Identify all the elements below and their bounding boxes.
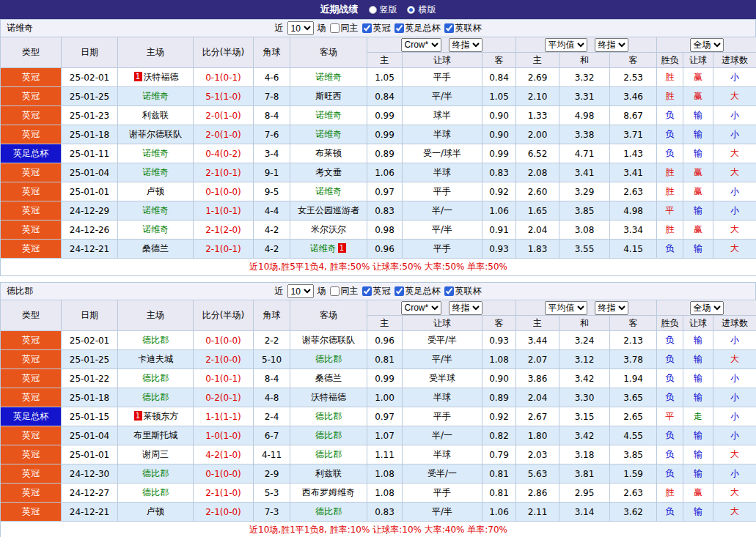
avg-draw-cell: 3.32 [559, 68, 610, 87]
games-count-select[interactable]: 10 [287, 21, 314, 35]
layout-radio-vertical[interactable]: 竖版 [369, 4, 397, 16]
league-filter[interactable]: 英联杯 [444, 22, 482, 34]
odds-away-cell: 1.06 [482, 503, 516, 522]
team-link[interactable]: 卢顿 [147, 186, 164, 196]
league-filter-checkbox[interactable] [444, 286, 454, 296]
corners-cell: 4-8 [254, 388, 290, 407]
team-link[interactable]: 诺维奇 [142, 148, 169, 158]
league-filters: 英冠英足总杯英联杯 [362, 22, 482, 34]
league-filter-checkbox[interactable] [362, 23, 372, 33]
team-link[interactable]: 诺维奇 [315, 110, 342, 120]
avg-away-cell: 8.67 [610, 106, 657, 125]
league-filter[interactable]: 英足总杯 [394, 22, 441, 34]
result-outcome-cell: 负 [657, 106, 683, 125]
team-link[interactable]: 沃特福德 [144, 72, 179, 82]
team-link[interactable]: 德比郡 [315, 354, 342, 364]
col-score: 比分(半场) [194, 37, 254, 68]
scope-select[interactable]: 全场 [690, 301, 724, 315]
team-link[interactable]: 谢菲尔德联队 [129, 129, 182, 139]
odds-home-cell: 0.89 [367, 144, 403, 163]
team-link[interactable]: 卡迪夫城 [138, 354, 173, 364]
subcol-result: 胜负 [657, 316, 683, 331]
team-link[interactable]: 卢顿 [147, 506, 164, 516]
bookmaker-select[interactable]: Crow* [401, 38, 441, 52]
games-count-select[interactable]: 10 [287, 284, 314, 298]
team-link[interactable]: 布里斯托城 [133, 430, 177, 440]
team-link[interactable]: 西布罗姆维奇 [302, 487, 355, 497]
avg-away-cell: 3.41 [610, 163, 657, 182]
scope-select[interactable]: 全场 [690, 38, 724, 52]
league-filter[interactable]: 英联杯 [444, 285, 482, 297]
match-row: 英冠 24-12-26 诺维奇 2-1(2-0) 4-2 米尔沃尔 0.98 平… [1, 221, 756, 240]
corners-cell: 8-4 [254, 369, 290, 388]
team-link[interactable]: 诺维奇 [315, 186, 342, 196]
away-team-cell: 考文垂 [290, 163, 367, 182]
team-link[interactable]: 利兹联 [315, 468, 342, 478]
league-filter[interactable]: 英足总杯 [394, 285, 441, 297]
team-link[interactable]: 德比郡 [142, 487, 169, 497]
team-link[interactable]: 女王公园巡游者 [298, 205, 359, 215]
team-link[interactable]: 桑德兰 [315, 373, 342, 383]
team-link[interactable]: 诺维奇 [310, 243, 337, 253]
match-row: 英冠 25-02-01 德比郡 0-1(0-0) 2-2 谢菲尔德联队 0.96… [1, 331, 756, 350]
avg-draw-cell: 3.30 [559, 388, 610, 407]
avg-draw-cell: 3.42 [559, 426, 610, 445]
score-cell: 2-1(0-1) [194, 240, 254, 259]
result-outcome-cell: 负 [657, 369, 683, 388]
team-link[interactable]: 米尔沃尔 [311, 224, 346, 234]
stage-select-2[interactable]: 终指 [595, 38, 628, 52]
avg-home-cell: 2.60 [516, 182, 559, 201]
team-link[interactable]: 诺维奇 [142, 91, 169, 101]
summary-stats: 近10场,胜1平1负8, 胜率:10% 让球率:10% 大率:40% 单率:70… [1, 522, 756, 537]
team-link[interactable]: 谢菲尔德联队 [302, 335, 355, 345]
team-link[interactable]: 德比郡 [315, 506, 342, 516]
red-card-badge: 1 [134, 411, 142, 421]
league-filter-checkbox[interactable] [362, 286, 372, 296]
match-date-cell: 25-01-04 [62, 426, 118, 445]
team-link[interactable]: 考文垂 [315, 167, 342, 177]
average-select[interactable]: 平均值 [545, 38, 587, 52]
odds-handicap-cell: 半球 [403, 388, 482, 407]
same-home-checkbox[interactable] [330, 286, 340, 296]
league-filter[interactable]: 英冠 [362, 22, 391, 34]
away-team-cell: 诺维奇1 [290, 240, 367, 259]
corners-cell: 9-1 [254, 163, 290, 182]
team-link[interactable]: 德比郡 [315, 411, 342, 421]
bookmaker-select[interactable]: Crow* [401, 301, 441, 315]
team-link[interactable]: 德比郡 [142, 468, 169, 478]
average-select[interactable]: 平均值 [545, 301, 587, 315]
team-link[interactable]: 德比郡 [142, 392, 169, 402]
team-link[interactable]: 谢周三 [142, 449, 169, 459]
league-filter-checkbox[interactable] [394, 23, 404, 33]
team-link[interactable]: 桑德兰 [142, 243, 169, 253]
league-filter-checkbox[interactable] [444, 23, 454, 33]
stage-select-2[interactable]: 终指 [595, 301, 628, 315]
team-link[interactable]: 沃特福德 [311, 392, 346, 402]
team-link[interactable]: 德比郡 [315, 449, 342, 459]
team-link[interactable]: 斯旺西 [315, 91, 342, 101]
odds-home-cell: 0.96 [367, 331, 403, 350]
team-link[interactable]: 德比郡 [142, 373, 169, 383]
radio-label: 横版 [418, 4, 436, 16]
team-link[interactable]: 莱顿东方 [144, 411, 179, 421]
layout-radio-horizontal[interactable]: 横版 [407, 4, 436, 16]
same-home-checkbox[interactable] [330, 23, 340, 33]
league-filter[interactable]: 英冠 [362, 285, 391, 297]
team-link[interactable]: 德比郡 [142, 335, 169, 345]
league-filter-checkbox[interactable] [394, 286, 404, 296]
team-link[interactable]: 诺维奇 [142, 205, 169, 215]
stage-select-1[interactable]: 终指 [449, 38, 482, 52]
team-link[interactable]: 诺维奇 [315, 72, 342, 82]
result-handicap-cell: 赢 [683, 484, 713, 503]
team-link[interactable]: 利兹联 [142, 110, 169, 120]
away-team-cell: 德比郡 [290, 426, 367, 445]
same-home-filter[interactable]: 同主 [330, 285, 359, 297]
same-home-filter[interactable]: 同主 [330, 22, 359, 34]
team-link[interactable]: 诺维奇 [142, 167, 169, 177]
team-link[interactable]: 诺维奇 [142, 224, 169, 234]
stage-select-1[interactable]: 终指 [449, 301, 482, 315]
team-link[interactable]: 诺维奇 [315, 129, 342, 139]
team-link[interactable]: 德比郡 [315, 430, 342, 440]
team-link[interactable]: 布莱顿 [315, 148, 342, 158]
away-team-cell: 诺维奇 [290, 68, 367, 87]
